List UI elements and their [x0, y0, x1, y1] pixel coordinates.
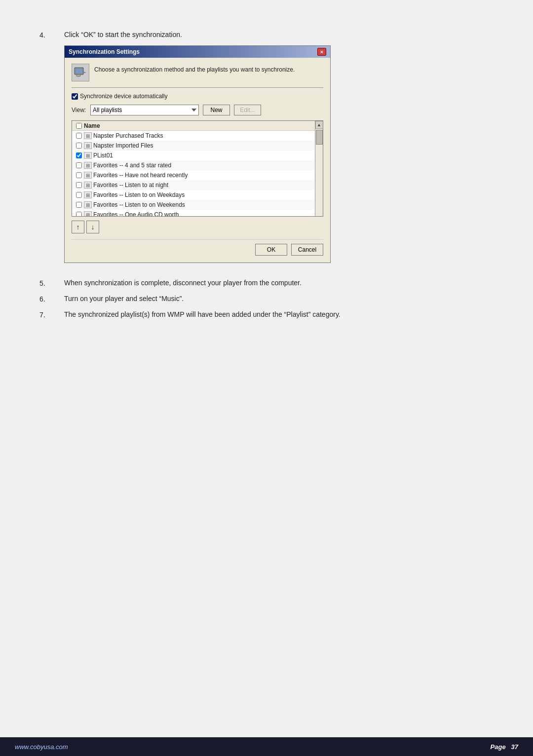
dialog-wrapper: Synchronization Settings × Choose: [64, 45, 494, 263]
list-item: ⊞Favorites -- 4 and 5 star rated: [72, 160, 315, 170]
list-item: ⊞PList01: [72, 151, 315, 160]
page-wrapper: 4. Click “OK” to start the synchronizati…: [0, 0, 533, 756]
list-item-expand-icon: ⊞: [84, 191, 92, 198]
description-row: Choose a synchronization method and the …: [72, 64, 323, 81]
list-item: ⊞Favorites -- One Audio CD worth: [72, 210, 315, 216]
list-item-check-col: [74, 133, 84, 139]
step7-number: 7.: [39, 309, 64, 320]
ok-button[interactable]: OK: [255, 244, 287, 256]
list-item-checkbox[interactable]: [76, 202, 82, 208]
list-item-name: Napster Purchased Tracks: [93, 132, 313, 139]
list-item-expand-icon: ⊞: [84, 201, 92, 208]
list-item-expand-icon: ⊞: [84, 142, 92, 149]
scrollbar-up-arrow[interactable]: ▲: [315, 121, 323, 129]
list-item-name: Favorites -- Listen to at night: [93, 182, 313, 189]
svg-rect-2: [76, 75, 80, 76]
list-item-name: Favorites -- Listen to on Weekends: [93, 201, 313, 208]
list-item: ⊞Favorites -- Listen to at night: [72, 180, 315, 190]
list-item-check-col: [74, 143, 84, 149]
list-item-name: Favorites -- Listen to on Weekdays: [93, 191, 313, 198]
page-footer: www.cobyusa.com Page 37: [0, 737, 533, 756]
step7-block: 7. The synchronized playlist(s) from WMP…: [39, 309, 494, 320]
view-label: View:: [72, 107, 86, 113]
auto-sync-checkbox[interactable]: [72, 93, 78, 100]
list-item-checkbox[interactable]: [76, 192, 82, 198]
list-item-name: Favorites -- Have not heard recently: [93, 172, 313, 179]
list-item-name: Favorites -- 4 and 5 star rated: [93, 162, 313, 169]
step5-text: When synchronization is complete, discon…: [64, 278, 302, 289]
auto-sync-label[interactable]: Synchronize device automatically: [72, 93, 167, 100]
list-item-check-col: [74, 202, 84, 208]
list-item-checkbox[interactable]: [76, 143, 82, 149]
list-item-checkbox[interactable]: [76, 133, 82, 139]
playlist-list-container: Name ⊞Napster Purchased Tracks⊞Napster I…: [72, 120, 323, 217]
list-item-check-col: [74, 152, 84, 158]
step6-text: Turn on your player and select “Music”.: [64, 294, 184, 304]
list-item-expand-icon: ⊞: [84, 172, 92, 179]
list-actions-row: ↑ ↓: [72, 221, 323, 233]
list-item: ⊞Napster Purchased Tracks: [72, 131, 315, 141]
list-item-check-col: [74, 212, 84, 216]
list-item: ⊞Favorites -- Listen to on Weekends: [72, 200, 315, 210]
step5-number: 5.: [39, 278, 64, 289]
dialog-description: Choose a synchronization method and the …: [94, 64, 295, 74]
step4-block: 4. Click “OK” to start the synchronizati…: [39, 30, 494, 40]
step4-number: 4.: [39, 30, 64, 40]
view-dropdown[interactable]: All playlists: [90, 105, 199, 115]
list-item-name: Favorites -- One Audio CD worth: [93, 211, 313, 216]
playlist-list-inner: Name ⊞Napster Purchased Tracks⊞Napster I…: [72, 121, 315, 216]
list-item-check-col: [74, 172, 84, 178]
list-header-name: Name: [84, 122, 313, 129]
step4-text: Click “OK” to start the synchronization.: [64, 30, 182, 40]
list-item-check-col: [74, 182, 84, 188]
steps-section: 5. When synchronization is complete, dis…: [39, 278, 494, 320]
list-item-expand-icon: ⊞: [84, 162, 92, 169]
list-item-check-col: [74, 162, 84, 168]
new-button[interactable]: New: [203, 105, 230, 115]
list-item-checkbox[interactable]: [76, 152, 82, 158]
auto-sync-row: Synchronize device automatically: [72, 93, 323, 100]
dialog-close-button[interactable]: ×: [317, 48, 326, 56]
list-item-checkbox[interactable]: [76, 182, 82, 188]
list-item: ⊞Napster Imported Files: [72, 141, 315, 151]
list-item-expand-icon: ⊞: [84, 211, 92, 216]
list-item-checkbox[interactable]: [76, 172, 82, 178]
list-item-name: PList01: [93, 152, 313, 159]
page-label: Page: [491, 743, 506, 751]
list-item-expand-icon: ⊞: [84, 152, 92, 159]
list-item-checkbox[interactable]: [76, 212, 82, 216]
dialog-footer: OK Cancel: [72, 239, 323, 258]
list-scrollbar: ▲: [315, 121, 323, 216]
list-item-expand-icon: ⊞: [84, 182, 92, 189]
page-number: 37: [511, 743, 518, 751]
scrollbar-thumb[interactable]: [316, 130, 323, 145]
edit-button[interactable]: Edit...: [234, 105, 261, 115]
view-row: View: All playlists New Edit...: [72, 105, 323, 115]
header-checkbox[interactable]: [76, 123, 82, 129]
list-item-checkbox[interactable]: [76, 162, 82, 168]
dialog-title: Synchronization Settings: [69, 48, 140, 55]
dialog-separator: [72, 87, 323, 88]
step7-text: The synchronized playlist(s) from WMP wi…: [64, 309, 341, 320]
dialog-body: Choose a synchronization method and the …: [65, 58, 330, 263]
sync-settings-dialog: Synchronization Settings × Choose: [64, 45, 331, 263]
step6-number: 6.: [39, 294, 64, 304]
step6-block: 6. Turn on your player and select “Music…: [39, 294, 494, 304]
list-header: Name: [72, 121, 315, 131]
auto-sync-text: Synchronize device automatically: [80, 93, 167, 100]
list-item: ⊞Favorites -- Listen to on Weekdays: [72, 190, 315, 200]
move-down-button[interactable]: ↓: [86, 221, 99, 233]
list-item-expand-icon: ⊞: [84, 132, 92, 139]
playlist-items: ⊞Napster Purchased Tracks⊞Napster Import…: [72, 131, 315, 216]
dialog-titlebar: Synchronization Settings ×: [65, 46, 330, 58]
sync-icon: [72, 64, 89, 81]
footer-page: Page 37: [491, 743, 518, 751]
step5-block: 5. When synchronization is complete, dis…: [39, 278, 494, 289]
list-item: ⊞Favorites -- Have not heard recently: [72, 170, 315, 180]
header-check-col: [74, 123, 84, 129]
cancel-button[interactable]: Cancel: [291, 244, 323, 256]
footer-url: www.cobyusa.com: [15, 743, 68, 751]
move-up-button[interactable]: ↑: [72, 221, 84, 233]
list-item-name: Napster Imported Files: [93, 142, 313, 149]
svg-rect-1: [76, 69, 82, 74]
